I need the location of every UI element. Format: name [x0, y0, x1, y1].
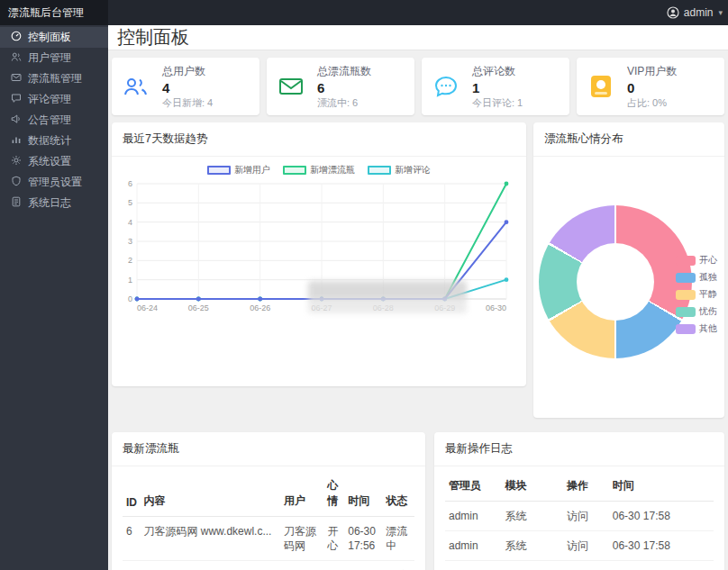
page-header: 控制面板: [108, 25, 728, 50]
bottles-table: ID 内容 用户 心情 时间 状态 6刀客源码网 www.dkewl.c...刀…: [123, 470, 414, 570]
stat-card-total-comments: 总评论数 1 今日评论: 1: [422, 58, 569, 115]
content: 总用户数 4 今日新增: 4 总漂流瓶数 6 漂流中: 6: [108, 50, 728, 570]
table-header-row: 管理员 模块 操作 时间: [445, 470, 714, 502]
column-header: 用户: [280, 470, 324, 517]
stats-row: 总用户数 4 今日新增: 4 总漂流瓶数 6 漂流中: 6: [112, 58, 724, 115]
megaphone-icon: [11, 113, 22, 127]
table-row: admin系统访问06-30 17:58: [445, 502, 714, 531]
latest-bottles-card: 最新漂流瓶 ID 内容 用户 心情 时间 状态: [112, 432, 425, 570]
column-header: 内容: [140, 470, 280, 517]
topbar: 漂流瓶后台管理 admin ▾: [0, 0, 728, 25]
table-row: 6刀客源码网 www.dkewl.c...刀客源码网开心06-30 17:56漂…: [123, 517, 414, 561]
sidebar-item-label: 用户管理: [28, 50, 71, 66]
table-row: admin管理员查看06-30 17:54: [445, 561, 714, 570]
topbar-spacer: [108, 0, 667, 25]
column-header: 心情: [324, 470, 345, 517]
users-icon: [11, 51, 22, 65]
app-brand: 漂流瓶后台管理: [0, 0, 108, 25]
table-row: admin系统访问06-30 17:58: [445, 531, 714, 561]
gauge-icon: [11, 31, 22, 44]
legend-item[interactable]: 孤独: [676, 271, 724, 284]
stat-label: 总用户数: [162, 64, 213, 79]
logs-table: 管理员 模块 操作 时间 admin系统访问06-30 17:58admin系统…: [445, 470, 714, 570]
donut-hole: [577, 243, 654, 321]
line-chart: 012345606-2406-2506-2606-2706-2806-2906-…: [112, 176, 526, 318]
sidebar-item-users[interactable]: 用户管理: [0, 48, 108, 68]
chart-title: 漂流瓶心情分布: [533, 122, 724, 157]
stat-value: 4: [162, 80, 213, 95]
legend-item[interactable]: 其他: [676, 322, 724, 335]
sidebar-item-label: 数据统计: [28, 133, 71, 149]
sidebar-item-bottles[interactable]: 漂流瓶管理: [0, 68, 108, 89]
user-circle-icon: [667, 6, 679, 19]
sidebar-item-comments[interactable]: 评论管理: [0, 89, 108, 110]
column-header: 时间: [609, 470, 714, 502]
legend-item[interactable]: 平静: [676, 288, 724, 301]
svg-text:5: 5: [128, 198, 132, 207]
table-header-row: ID 内容 用户 心情 时间 状态: [123, 470, 414, 517]
mood-chart-card: 漂流瓶心情分布 开心孤独平静忧伤其他: [533, 122, 724, 418]
svg-text:2: 2: [128, 256, 132, 265]
sidebar-item-label: 漂流瓶管理: [28, 71, 82, 86]
users-icon: [123, 76, 150, 97]
stat-sub: 今日评论: 1: [472, 96, 523, 110]
svg-text:06-30: 06-30: [486, 303, 506, 312]
envelope-icon: [278, 77, 305, 96]
latest-logs-card: 最新操作日志 管理员 模块 操作 时间 admin系统访问06-30 17:58…: [434, 432, 724, 570]
sidebar-item-statistics[interactable]: 数据统计: [0, 131, 108, 151]
sidebar-item-logs[interactable]: 系统日志: [0, 193, 108, 213]
stat-label: 总漂流瓶数: [317, 64, 371, 79]
sidebar-item-admins[interactable]: 管理员设置: [0, 172, 108, 193]
legend-item[interactable]: 新增漂流瓶: [283, 164, 355, 176]
stat-card-total-bottles: 总漂流瓶数 6 漂流中: 6: [267, 58, 414, 115]
sidebar-item-label: 系统设置: [28, 154, 71, 169]
legend-item[interactable]: 新增评论: [368, 164, 431, 176]
column-header: 操作: [563, 470, 609, 502]
sidebar-item-settings[interactable]: 系统设置: [0, 151, 108, 172]
bar-chart-icon: [11, 134, 22, 148]
page-title: 控制面板: [117, 25, 189, 50]
chart-title: 最近7天数据趋势: [112, 122, 526, 157]
main-area: 控制面板 总用户数 4 今日新增: 4: [108, 25, 728, 570]
legend-item[interactable]: 开心: [676, 254, 724, 267]
user-menu[interactable]: admin ▾: [667, 0, 728, 25]
stat-value: 6: [317, 80, 371, 95]
sidebar-item-label: 公告管理: [28, 113, 71, 128]
username-label: admin: [684, 6, 714, 19]
sidebar-item-label: 控制面板: [28, 30, 71, 45]
shield-icon: [11, 176, 22, 189]
charts-row: 最近7天数据趋势 新增用户新增漂流瓶新增评论 012345606-2406-25…: [112, 122, 724, 418]
trend-chart-card: 最近7天数据趋势 新增用户新增漂流瓶新增评论 012345606-2406-25…: [112, 122, 526, 386]
stat-card-vip-users: VIP用户数 0 占比: 0%: [577, 58, 724, 115]
log-file-icon: [11, 196, 22, 210]
sidebar-item-label: 管理员设置: [28, 175, 82, 190]
column-header: 模块: [502, 470, 564, 502]
svg-text:6: 6: [128, 179, 132, 188]
chat-bubble-icon: [432, 76, 460, 97]
blurred-watermark: [308, 281, 467, 313]
vip-badge-icon: [587, 76, 614, 97]
svg-text:3: 3: [128, 237, 132, 246]
svg-text:06-26: 06-26: [250, 303, 270, 312]
svg-text:06-24: 06-24: [137, 303, 158, 312]
stat-sub: 占比: 0%: [627, 96, 677, 110]
svg-text:0: 0: [128, 294, 132, 303]
column-header: 管理员: [445, 470, 502, 502]
gear-icon: [11, 155, 22, 168]
table-row: 1今天天气真好，希望能有人看到我的漂流瓶!user1开心06-30 17:47漂…: [123, 561, 414, 570]
svg-text:06-25: 06-25: [188, 303, 209, 312]
sidebar-item-dashboard[interactable]: 控制面板: [0, 27, 108, 48]
sidebar-item-label: 评论管理: [28, 92, 71, 107]
stat-card-total-users: 总用户数 4 今日新增: 4: [112, 58, 259, 115]
stat-sub: 漂流中: 6: [317, 96, 371, 110]
svg-text:1: 1: [128, 276, 132, 285]
svg-text:4: 4: [128, 218, 132, 227]
donut-chart: [539, 205, 692, 358]
chevron-down-icon: ▾: [718, 8, 723, 17]
sidebar-item-announcements[interactable]: 公告管理: [0, 110, 108, 131]
pie-legend: 开心孤独平静忧伤其他: [676, 254, 724, 335]
column-header: ID: [123, 470, 140, 517]
legend-item[interactable]: 新增用户: [207, 164, 270, 176]
stat-label: VIP用户数: [627, 64, 677, 79]
legend-item[interactable]: 忧伤: [676, 305, 724, 318]
